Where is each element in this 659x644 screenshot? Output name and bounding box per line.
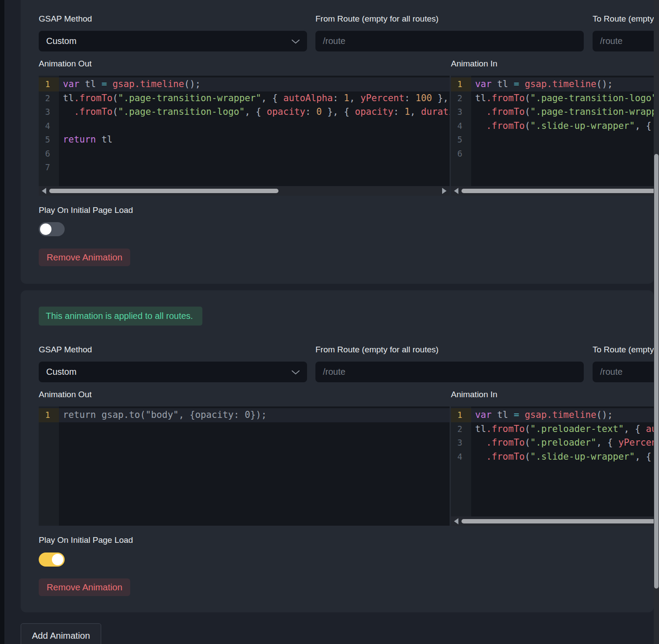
animation-out-label: Animation Out bbox=[39, 59, 92, 69]
line-number: 1 bbox=[39, 408, 59, 422]
line-number: 2 bbox=[39, 91, 59, 106]
animation-card-2: This animation is applied to all routes.… bbox=[21, 290, 654, 612]
from-route-input[interactable] bbox=[315, 362, 584, 382]
scrollbar-thumb[interactable] bbox=[461, 519, 654, 523]
scrollbar-thumb[interactable] bbox=[461, 189, 654, 193]
all-routes-banner: This animation is applied to all routes. bbox=[39, 307, 202, 326]
animation-in-editor[interactable]: 123456var tl = gsap.timeline();tl.fromTo… bbox=[451, 76, 654, 196]
editor-code[interactable]: return gsap.to("body", {opacity: 0}); bbox=[59, 406, 450, 526]
animation-in-label: Animation In bbox=[451, 59, 498, 69]
line-number: 2 bbox=[451, 91, 471, 106]
gsap-method-value: Custom bbox=[46, 362, 77, 382]
code-line[interactable]: var tl = gsap.timeline(); bbox=[59, 77, 450, 91]
editor-gutter: 123456 bbox=[451, 76, 471, 186]
chevron-down-icon bbox=[291, 39, 300, 44]
animation-out-label: Animation Out bbox=[39, 389, 92, 400]
editor-code[interactable]: var tl = gsap.timeline();tl.fromTo(".pag… bbox=[59, 76, 450, 186]
remove-animation-button[interactable]: Remove Animation bbox=[39, 249, 130, 266]
gsap-method-value: Custom bbox=[46, 31, 77, 51]
code-line[interactable]: tl.fromTo(".preloader-text", { autoAlpha bbox=[475, 422, 654, 436]
scrollbar-thumb[interactable] bbox=[49, 189, 278, 193]
page-scrollbar-thumb[interactable] bbox=[654, 154, 659, 589]
line-number: 4 bbox=[451, 119, 471, 133]
play-on-load-label: Play On Initial Page Load bbox=[39, 535, 133, 545]
animation-in-label: Animation In bbox=[451, 389, 498, 400]
line-number: 1 bbox=[451, 77, 471, 91]
toggle-knob bbox=[52, 554, 63, 565]
line-number: 2 bbox=[451, 422, 471, 436]
from-route-label: From Route (empty for all routes) bbox=[315, 344, 439, 355]
line-number: 3 bbox=[451, 105, 471, 119]
code-line[interactable]: var tl = gsap.timeline(); bbox=[471, 408, 654, 422]
line-number: 5 bbox=[451, 133, 471, 147]
play-on-load-toggle[interactable] bbox=[39, 222, 65, 236]
gsap-method-select[interactable]: Custom bbox=[39, 362, 307, 382]
editor-code[interactable]: var tl = gsap.timeline();tl.fromTo(".pre… bbox=[471, 406, 654, 516]
code-line[interactable]: return tl bbox=[63, 133, 450, 147]
scroll-right-arrow-icon[interactable] bbox=[442, 188, 447, 194]
line-number: 7 bbox=[39, 161, 59, 175]
animation-out-editor[interactable]: 1234567var tl = gsap.timeline();tl.fromT… bbox=[39, 76, 450, 196]
line-number: 3 bbox=[451, 436, 471, 450]
code-line[interactable]: tl.fromTo(".page-transition-wrapper", { … bbox=[63, 91, 450, 106]
code-line[interactable] bbox=[63, 161, 450, 175]
chevron-down-icon bbox=[291, 370, 300, 375]
to-route-input[interactable] bbox=[593, 362, 654, 382]
editor-horizontal-scrollbar[interactable] bbox=[451, 186, 654, 196]
line-number: 1 bbox=[39, 77, 59, 91]
from-route-input[interactable] bbox=[315, 31, 584, 51]
remove-animation-button[interactable]: Remove Animation bbox=[39, 578, 130, 596]
animation-card-1: GSAP Method Custom From Route (empty for… bbox=[21, 0, 654, 284]
from-route-label: From Route (empty for all routes) bbox=[315, 14, 439, 24]
to-route-input[interactable] bbox=[593, 31, 654, 51]
editor-gutter: 1 bbox=[39, 406, 59, 526]
line-number: 3 bbox=[39, 105, 59, 119]
code-line[interactable] bbox=[63, 119, 450, 133]
play-on-load-toggle[interactable] bbox=[39, 553, 65, 567]
code-line[interactable]: .fromTo(".page-transition-wrapper" bbox=[475, 105, 654, 119]
gsap-method-label: GSAP Method bbox=[39, 14, 92, 24]
line-number: 4 bbox=[39, 119, 59, 133]
to-route-label: To Route (empty bbox=[593, 344, 654, 355]
animation-out-editor[interactable]: 1return gsap.to("body", {opacity: 0}); bbox=[39, 406, 450, 526]
code-line[interactable] bbox=[475, 133, 654, 147]
gsap-method-label: GSAP Method bbox=[39, 344, 92, 355]
scroll-left-arrow-icon[interactable] bbox=[42, 188, 46, 194]
code-line[interactable]: return gsap.to("body", {opacity: 0}); bbox=[59, 408, 450, 422]
line-number: 4 bbox=[451, 450, 471, 464]
code-line[interactable]: .fromTo(".slide-up-wrapper", { bbox=[475, 450, 654, 464]
editor-horizontal-scrollbar[interactable] bbox=[451, 516, 654, 526]
editor-gutter: 1234 bbox=[451, 406, 471, 516]
line-number: 1 bbox=[451, 408, 471, 422]
code-line[interactable]: .fromTo(".page-transition-logo", { opaci… bbox=[63, 105, 450, 119]
line-number: 6 bbox=[39, 147, 59, 161]
editor-code[interactable]: var tl = gsap.timeline();tl.fromTo(".pag… bbox=[471, 76, 654, 186]
code-line[interactable]: var tl = gsap.timeline(); bbox=[471, 77, 654, 91]
gsap-method-select[interactable]: Custom bbox=[39, 31, 307, 51]
code-line[interactable] bbox=[63, 147, 450, 161]
left-edge-divider bbox=[0, 0, 4, 644]
add-animation-button[interactable]: Add Animation bbox=[21, 623, 101, 644]
scroll-left-arrow-icon[interactable] bbox=[454, 518, 458, 524]
code-line[interactable]: .fromTo(".preloader", { yPercent bbox=[475, 436, 654, 450]
toggle-knob bbox=[40, 223, 51, 235]
code-line[interactable]: .fromTo(".slide-up-wrapper", { bbox=[475, 119, 654, 133]
to-route-label: To Route (empty bbox=[593, 14, 654, 24]
code-line[interactable] bbox=[475, 147, 654, 161]
line-number: 5 bbox=[39, 133, 59, 147]
page-scrollbar[interactable] bbox=[654, 0, 659, 644]
editor-horizontal-scrollbar[interactable] bbox=[39, 186, 450, 196]
scroll-left-arrow-icon[interactable] bbox=[454, 188, 458, 194]
editor-gutter: 1234567 bbox=[39, 76, 59, 186]
play-on-load-label: Play On Initial Page Load bbox=[39, 205, 133, 216]
line-number: 6 bbox=[451, 147, 471, 161]
code-line[interactable]: tl.fromTo(".page-transition-logo" bbox=[475, 91, 654, 106]
animation-in-editor[interactable]: 1234var tl = gsap.timeline();tl.fromTo("… bbox=[451, 406, 654, 526]
